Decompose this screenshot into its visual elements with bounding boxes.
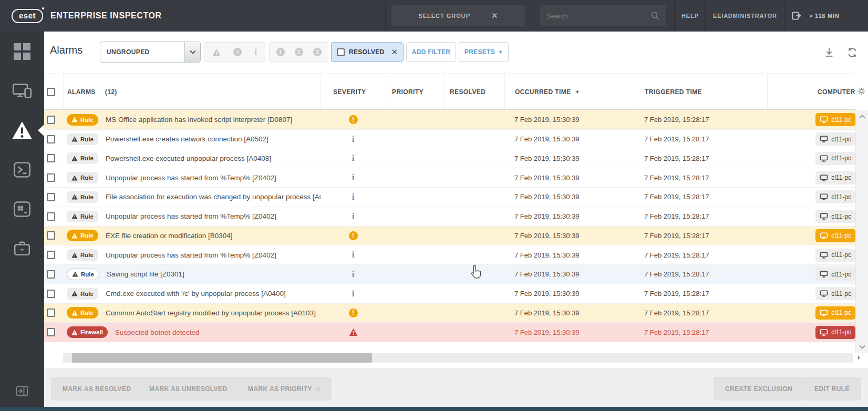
table-row[interactable]: RuleUnpopular process has started from %… xyxy=(44,207,855,227)
column-header-occurred-time[interactable]: OCCURRED TIME ▼ xyxy=(504,74,636,109)
table-row[interactable]: FirewallSuspected botnet detected 7 Feb … xyxy=(44,323,855,342)
collapse-sidebar-button[interactable] xyxy=(0,386,44,396)
row-checkbox[interactable] xyxy=(47,135,55,143)
search-input[interactable]: Search xyxy=(540,5,666,26)
alarm-cell[interactable]: RuleMS Office application has invoked sc… xyxy=(63,110,321,129)
computer-badge[interactable]: cl11-pc xyxy=(815,249,855,262)
alarm-cell[interactable]: FirewallSuspected botnet detected xyxy=(63,323,321,342)
column-settings-gear-icon[interactable] xyxy=(857,87,866,96)
computer-badge[interactable]: cl11-pc xyxy=(815,171,855,184)
download-icon[interactable] xyxy=(823,47,835,58)
occurred-time: 7 Feb 2019, 15:30:39 xyxy=(514,174,580,182)
computer-badge[interactable]: cl11-pc xyxy=(815,132,855,146)
alarm-cell[interactable]: RuleUnpopular process has started from %… xyxy=(63,168,321,187)
select-all-checkbox[interactable] xyxy=(47,88,55,96)
select-group-button[interactable]: SELECT GROUP ✕ xyxy=(391,5,525,26)
row-checkbox[interactable] xyxy=(47,193,55,201)
computer-badge[interactable]: cl11-pc xyxy=(815,113,855,126)
row-checkbox[interactable] xyxy=(47,173,55,182)
table-row[interactable]: RuleUnpopular process has started from %… xyxy=(44,168,855,188)
clear-group-icon[interactable]: ✕ xyxy=(491,11,499,20)
sidebar-item-computers[interactable] xyxy=(0,71,44,110)
resolved-filter-chip[interactable]: RESOLVED ✕ xyxy=(331,42,404,62)
computer-badge[interactable]: cl11-pc xyxy=(815,210,855,223)
alarm-cell[interactable]: RuleCommon AutoStart registry modified b… xyxy=(63,304,321,323)
table-row[interactable]: RuleUnpopular process has started from %… xyxy=(44,245,855,265)
row-checkbox[interactable] xyxy=(47,309,55,317)
column-header-priority[interactable]: PRIORITY xyxy=(386,74,443,109)
session-timer[interactable]: > 118 MIN xyxy=(791,0,840,32)
edit-rule-button[interactable]: EDIT RULE xyxy=(803,377,861,400)
alarm-cell[interactable]: RuleSaving script file [Z0301] xyxy=(63,265,321,284)
sidebar-item-admin[interactable] xyxy=(0,229,44,268)
mark-as-resolved-button[interactable]: MARK AS RESOLVED xyxy=(51,377,142,400)
row-checkbox[interactable] xyxy=(47,116,55,124)
column-header-alarms[interactable]: ALARMS (12) xyxy=(63,74,321,109)
scroll-down-icon[interactable] xyxy=(859,345,865,349)
priority-filter-group[interactable]: 1 2 3 xyxy=(269,42,328,62)
column-header-computer[interactable]: COMPUTER xyxy=(767,74,855,109)
column-header-severity[interactable]: SEVERITY xyxy=(321,74,386,109)
row-checkbox[interactable] xyxy=(47,290,55,298)
exclamation-circle-icon[interactable]: ! xyxy=(233,48,242,56)
table-row[interactable]: RulePowershell.exe executed unpopular pr… xyxy=(44,149,855,169)
sidebar-item-terminal[interactable] xyxy=(0,150,44,189)
scroll-right-icon[interactable]: › xyxy=(857,353,860,361)
computer-badge[interactable]: cl11-pc xyxy=(815,306,855,320)
row-checkbox[interactable] xyxy=(47,231,55,240)
help-link[interactable]: HELP xyxy=(681,0,699,32)
column-header-triggered-time[interactable]: TRIGGERED TIME xyxy=(636,74,767,109)
mark-as-priority-button[interactable]: MARK AS PRIORITY ▽ xyxy=(236,377,332,400)
row-checkbox[interactable] xyxy=(47,251,55,259)
computer-badge[interactable]: cl11-pc xyxy=(815,152,855,165)
table-row[interactable]: RulePowershell.exe creates network conne… xyxy=(44,130,855,149)
scroll-up-icon[interactable] xyxy=(859,115,865,119)
horizontal-scrollbar[interactable] xyxy=(63,353,853,363)
info-icon[interactable]: i xyxy=(254,47,256,57)
alarm-cell[interactable]: RuleUnpopular process has started from %… xyxy=(63,245,321,264)
table-row[interactable]: RuleSaving script file [Z0301] i 7 Feb 2… xyxy=(44,265,855,284)
sidebar-item-dashboard[interactable] xyxy=(0,32,44,71)
priority-2-icon[interactable]: 2 xyxy=(295,48,303,56)
alarm-cell[interactable]: RuleEXE file creation or modification [B… xyxy=(63,227,321,245)
mark-as-unresolved-button[interactable]: MARK AS UNRESOLVED xyxy=(138,377,239,400)
sidebar-item-scripts[interactable] xyxy=(0,189,44,229)
table-row[interactable]: RuleCommon AutoStart registry modified b… xyxy=(44,304,855,323)
computer-badge[interactable]: cl11-pc xyxy=(815,190,855,203)
remove-filter-icon[interactable]: ✕ xyxy=(391,47,398,57)
alarm-cell[interactable]: RulePowershell.exe executed unpopular pr… xyxy=(63,149,321,168)
alarm-cell[interactable]: RulePowershell.exe creates network conne… xyxy=(63,130,321,149)
presets-button[interactable]: PRESETS ▼ xyxy=(459,42,509,62)
priority-1-icon[interactable]: 1 xyxy=(276,48,285,56)
chevron-down-icon[interactable] xyxy=(184,42,200,62)
computer-badge[interactable]: cl11-pc xyxy=(815,268,855,281)
computer-badge[interactable]: cl11-pc xyxy=(815,287,855,300)
alarm-cell[interactable]: RuleFile association for execution was c… xyxy=(63,188,321,207)
resolved-checkbox[interactable] xyxy=(337,48,345,56)
table-row[interactable]: RuleCmd.exe executed with '/c' by unpopu… xyxy=(44,284,855,304)
table-row[interactable]: RuleFile association for execution was c… xyxy=(44,188,855,207)
row-checkbox[interactable] xyxy=(47,270,55,279)
alarm-cell[interactable]: RuleCmd.exe executed with '/c' by unpopu… xyxy=(63,284,321,303)
severity-filter-group[interactable]: ! i xyxy=(204,42,265,62)
vertical-scrollbar[interactable] xyxy=(855,110,868,353)
table-row[interactable]: RuleMS Office application has invoked sc… xyxy=(44,110,855,130)
warning-triangle-icon[interactable] xyxy=(212,48,221,56)
column-header-resolved[interactable]: RESOLVED xyxy=(443,74,504,109)
logout-icon[interactable] xyxy=(791,11,802,21)
search-icon[interactable] xyxy=(650,11,660,20)
computer-badge[interactable]: cl11-pc xyxy=(815,229,855,242)
refresh-icon[interactable] xyxy=(846,47,858,58)
add-filter-button[interactable]: ADD FILTER xyxy=(406,42,456,62)
row-checkbox[interactable] xyxy=(47,154,55,162)
row-checkbox[interactable] xyxy=(47,328,55,336)
user-menu[interactable]: EEIADMINISTRATOR xyxy=(713,0,777,32)
create-exclusion-button[interactable]: CREATE EXCLUSION xyxy=(714,377,804,400)
priority-3-icon[interactable]: 3 xyxy=(313,48,322,56)
grouping-select[interactable]: UNGROUPED xyxy=(100,42,201,63)
horizontal-scrollbar-thumb[interactable] xyxy=(72,353,372,363)
table-row[interactable]: RuleEXE file creation or modification [B… xyxy=(44,227,855,246)
alarm-cell[interactable]: RuleUnpopular process has started from %… xyxy=(63,207,321,226)
row-checkbox[interactable] xyxy=(47,212,55,221)
computer-badge[interactable]: cl11-pc xyxy=(815,326,855,339)
